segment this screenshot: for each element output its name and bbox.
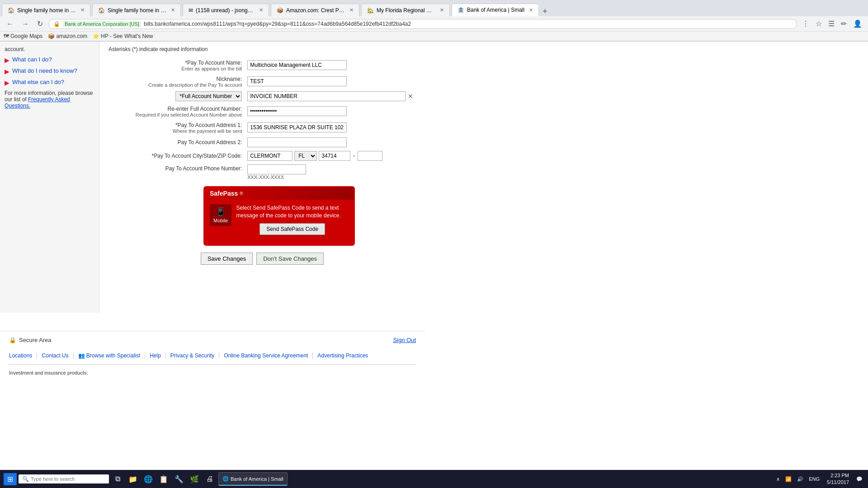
sidebar-more-info: For more information, please browse our …	[5, 90, 94, 109]
footer-link-1[interactable]: Contact Us	[37, 352, 73, 359]
browser-tab-tab2[interactable]: 🏠Single family home in Celet✕	[92, 4, 181, 16]
tray-notification[interactable]: 💬	[854, 475, 864, 483]
address2-input[interactable]	[247, 137, 347, 147]
nickname-input[interactable]	[247, 76, 347, 86]
tab-close-tab2[interactable]: ✕	[171, 7, 175, 13]
zip-dash: -	[353, 153, 355, 159]
save-changes-button[interactable]: Save Changes	[201, 253, 253, 265]
user-icon[interactable]: 👤	[851, 18, 864, 29]
sidebar-item-what-do-i-need[interactable]: ▶ What do I need to know?	[5, 67, 94, 75]
tab-close-tab5[interactable]: ✕	[440, 7, 444, 13]
browser-tab-tab4[interactable]: 📦Amazon.com: Crest Plus Sc...✕	[271, 4, 359, 16]
back-button[interactable]: ←	[4, 19, 16, 29]
state-select[interactable]: ALAKAZARCACOCTDEFLGAHIIDILINIAKSKYLAMEMD…	[294, 151, 317, 161]
sidebar-item-what-can-i-do[interactable]: ▶ What can I do?	[5, 56, 94, 64]
nickname-sublabel: Create a description of the Pay To accou…	[111, 82, 242, 88]
tray-expand[interactable]: ∧	[774, 475, 782, 483]
tray-lang[interactable]: ENG	[807, 475, 821, 483]
account-type-select[interactable]: *Full Account Number Account Nickname	[175, 91, 242, 101]
safepass-description: Select Send SafePass Code to send a text…	[236, 204, 349, 220]
sidebar-item-what-else[interactable]: ▶ What else can I do?	[5, 79, 94, 86]
safepass-mobile-icon: 📱 Mobile	[210, 204, 231, 226]
safepass-body: 📱 Mobile Select Send SafePass Code to se…	[204, 200, 354, 245]
browser-app-icon: 🌐	[222, 476, 229, 482]
tab-close-tab3[interactable]: ✕	[259, 7, 263, 13]
browser-tab-tab5[interactable]: 🏡My Florida Regional MLS✕	[361, 4, 450, 16]
footer-link-0[interactable]: Locations	[9, 352, 37, 359]
footer-link-3[interactable]: Help	[145, 352, 166, 359]
bookmark-amazon[interactable]: 📦 amazon.com	[48, 33, 87, 39]
taskbar-ie-icon[interactable]: 🌐	[142, 472, 155, 486]
dont-save-changes-button[interactable]: Don't Save Changes	[256, 253, 324, 265]
zip-ext-input[interactable]	[358, 151, 382, 161]
browser-tab-tab3[interactable]: ✉(1158 unread) - jsong@dob✕	[183, 4, 269, 16]
tab-close-tab6[interactable]: ✕	[529, 7, 533, 13]
footer-link-4[interactable]: Privacy & Security	[166, 352, 219, 359]
taskbar-app5-icon[interactable]: 🌿	[188, 472, 201, 486]
url-text: bills.bankofamerica.com/wps8111/wps?rq=p…	[144, 21, 792, 27]
taskbar-app6-icon[interactable]: 🖨	[203, 472, 217, 486]
tab-label: Single family home in Celet	[17, 7, 76, 14]
bookmark-star-icon[interactable]: ☆	[813, 18, 824, 29]
nickname-row: Nickname: Create a description of the Pa…	[108, 73, 416, 89]
pay-to-name-input[interactable]	[247, 60, 347, 70]
taskbar-app3-icon[interactable]: 📋	[157, 472, 170, 486]
footer-link-2[interactable]: 👥Browse with Specialist	[74, 352, 145, 359]
footer-link-5[interactable]: Online Banking Service Agreement	[219, 352, 313, 359]
address2-label: Pay To Account Address 2:	[111, 139, 242, 145]
re-enter-input[interactable]	[247, 106, 347, 116]
phone-input[interactable]	[247, 164, 306, 174]
footer: 🔒 Secure Area Sign Out LocationsContact …	[0, 331, 425, 379]
tray-volume[interactable]: 🔊	[795, 475, 805, 483]
extensions-icon[interactable]: ⋮	[800, 18, 811, 29]
footer-lock-icon: 🔒	[9, 337, 16, 343]
safepass-button-area: Send SafePass Code	[236, 220, 349, 240]
city-input[interactable]	[247, 151, 292, 161]
sign-out-link[interactable]: Sign Out	[393, 337, 416, 343]
tab-close-tab1[interactable]: ✕	[80, 7, 85, 13]
forward-button[interactable]: →	[19, 19, 32, 29]
address-bar[interactable]: 🔒 Bank of America Corporation [US] bills…	[48, 19, 797, 29]
tab-label: My Florida Regional MLS	[377, 7, 435, 14]
taskbar-app4-icon[interactable]: 🔧	[172, 472, 186, 486]
clear-account-number-button[interactable]: ✕	[408, 93, 413, 100]
taskbar: ⊞ 🔍 ⧉ 📁 🌐 📋 🔧 🌿 🖨 🌐 Bank of America | Sm…	[0, 470, 868, 488]
send-safepass-button[interactable]: Send SafePass Code	[259, 223, 325, 235]
system-tray: ∧ 📶 🔊 ENG 2:23 PM 5/11/2017 💬	[774, 472, 864, 486]
clock-date: 5/11/2017	[827, 479, 849, 486]
zip-input[interactable]	[319, 151, 350, 161]
city-state-row: ALAKAZARCACOCTDEFLGAHIIDILINIAKSKYLAMEMD…	[247, 151, 413, 161]
footer-links: LocationsContact Us👥Browse with Speciali…	[0, 349, 425, 362]
tab-favicon: 🏦	[458, 7, 464, 13]
system-clock[interactable]: 2:23 PM 5/11/2017	[823, 472, 853, 486]
footer-link-6[interactable]: Advertising Practices	[313, 352, 373, 359]
browser-tab-tab1[interactable]: 🏠Single family home in Celet✕	[2, 4, 90, 16]
maps-icon: 🗺	[4, 33, 9, 39]
re-enter-row: Re-enter Full Account Number: Required i…	[108, 103, 416, 119]
menu-icon[interactable]: ☰	[826, 18, 837, 29]
tray-network[interactable]: 📶	[783, 475, 793, 483]
tab-favicon: 🏠	[8, 7, 14, 14]
taskbar-search-input[interactable]	[31, 476, 105, 482]
active-browser-app[interactable]: 🌐 Bank of America | Small	[218, 472, 288, 486]
edit-icon[interactable]: ✏	[839, 18, 849, 29]
account-number-input[interactable]	[247, 91, 406, 101]
new-tab-button[interactable]: +	[539, 7, 551, 16]
ssl-label: Bank of America Corporation [US]	[63, 21, 141, 27]
start-button[interactable]: ⊞	[4, 473, 17, 485]
tab-label: Single family home in Celet	[108, 7, 166, 14]
page-content: account. ▶ What can I do? ▶ What do I ne…	[0, 42, 868, 470]
bookmark-hp[interactable]: ⭐ HP - See What's New	[93, 33, 153, 39]
browser-tab-tab6[interactable]: 🏦Bank of America | Small✕	[452, 4, 539, 16]
main-form-area: Asterisks (*) indicate required informat…	[99, 42, 425, 313]
browse-specialist-icon: 👥	[78, 352, 85, 359]
tab-close-tab4[interactable]: ✕	[349, 7, 354, 13]
refresh-button[interactable]: ↻	[34, 19, 46, 29]
taskbar-search-box[interactable]: 🔍	[19, 474, 109, 483]
task-view-icon[interactable]: ⧉	[111, 472, 124, 486]
address1-input[interactable]	[247, 122, 347, 132]
arrow-icon-1: ▶	[5, 56, 9, 64]
file-explorer-icon[interactable]: 📁	[126, 472, 140, 486]
bookmark-google-maps[interactable]: 🗺 Google Maps	[4, 33, 42, 39]
address1-label: *Pay To Account Address 1:	[111, 122, 242, 128]
